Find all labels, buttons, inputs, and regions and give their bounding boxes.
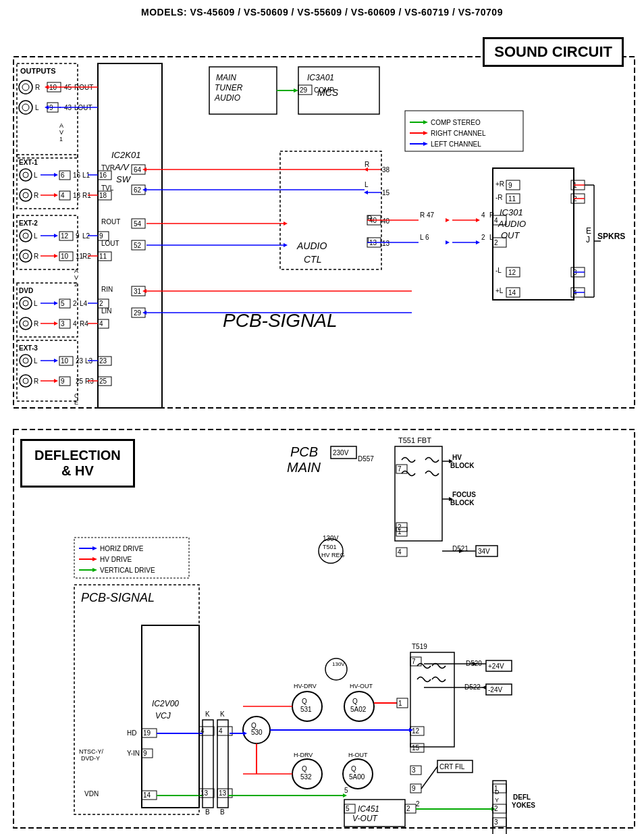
svg-text:62: 62 [134,186,142,194]
svg-text:AUDIO: AUDIO [296,240,327,251]
svg-text:54: 54 [134,220,142,228]
svg-point-93 [23,378,28,384]
svg-text:NTSC-Y/: NTSC-Y/ [79,748,103,755]
svg-text:1: 1 [59,136,63,142]
svg-text:HV-OUT: HV-OUT [350,683,373,689]
svg-text:IC451: IC451 [358,804,379,814]
svg-text:29: 29 [300,86,308,94]
svg-text:R: R [34,192,38,199]
svg-text:MAIN: MAIN [287,460,321,475]
svg-point-7 [22,104,29,111]
svg-text:LIN: LIN [101,307,112,315]
svg-text:LEFT CHANNEL: LEFT CHANNEL [431,140,481,148]
svg-point-3 [19,80,32,94]
svg-text:OUT: OUT [501,230,520,240]
svg-text:V: V [59,129,63,136]
svg-text:-R: -R [495,194,503,201]
svg-text:HV-DRV: HV-DRV [294,683,317,689]
svg-marker-78 [54,321,58,325]
svg-text:9: 9 [508,182,512,189]
svg-marker-204 [476,218,480,222]
svg-marker-172 [364,190,368,194]
svg-text:2: 2 [73,300,77,307]
svg-line-391 [421,766,437,789]
svg-text:DVD: DVD [19,287,33,294]
svg-text:HV: HV [452,454,462,461]
svg-text:14: 14 [143,791,151,799]
svg-text:VERTICAL DRIVE: VERTICAL DRIVE [100,567,155,574]
svg-point-6 [19,101,32,114]
svg-text:7: 7 [412,658,416,665]
svg-text:HD: HD [127,729,136,737]
sound-circuit-diagram: OUTPUTS R L 10 9 45 ROUT 43 LOUT A V 1 E… [7,23,641,421]
svg-text:DVD-Y: DVD-Y [81,755,100,762]
svg-rect-0 [14,57,635,408]
svg-text:6: 6 [61,172,65,179]
svg-text:11: 11 [99,253,107,260]
svg-text:9: 9 [99,232,103,240]
svg-marker-185 [284,221,288,226]
svg-text:R: R [34,253,38,260]
svg-text:2: 2 [416,800,420,808]
svg-text:DEFL: DEFL [513,793,531,801]
svg-text:IC301: IC301 [500,207,523,217]
svg-text:16: 16 [99,172,107,179]
svg-text:C: C [74,392,79,399]
svg-marker-53 [54,234,58,238]
svg-text:RIN: RIN [101,286,113,293]
svg-text:18: 18 [73,192,81,199]
svg-text:EXT-1: EXT-1 [19,159,38,166]
svg-text:2: 2 [494,805,498,812]
svg-text:15: 15 [412,744,420,752]
svg-text:TVL: TVL [101,184,114,192]
svg-text:T551 FBT: T551 FBT [398,436,431,444]
svg-text:AUDIO: AUDIO [214,93,240,103]
svg-point-329 [319,539,343,563]
svg-point-89 [20,355,32,367]
svg-text:D557: D557 [358,455,374,463]
svg-text:13: 13 [382,240,390,247]
svg-text:VDN: VDN [84,790,99,798]
svg-text:HV REG: HV REG [321,552,345,558]
svg-text:R4: R4 [80,320,88,328]
svg-point-49 [20,250,32,262]
svg-text:5: 5 [344,787,348,794]
svg-text:A: A [74,267,78,274]
svg-text:L: L [34,232,38,240]
svg-point-73 [23,321,28,326]
svg-text:12: 12 [61,232,69,240]
svg-marker-269 [92,546,97,550]
svg-marker-55 [54,254,58,258]
svg-marker-179 [142,167,146,172]
svg-text:COMP: COMP [314,86,334,94]
svg-text:13: 13 [219,789,227,797]
svg-text:L: L [365,181,369,188]
svg-text:3: 3 [412,766,416,774]
svg-text:PCB-SIGNAL: PCB-SIGNAL [223,310,338,331]
svg-text:A: A [59,122,63,129]
svg-text:H-DRV: H-DRV [294,752,313,758]
svg-marker-199 [142,311,146,315]
svg-text:IC3A01: IC3A01 [307,73,334,82]
svg-text:A/V: A/V [114,162,130,172]
svg-text:TVR: TVR [101,164,115,172]
svg-text:1: 1 [398,528,402,536]
svg-text:13: 13 [200,789,209,797]
svg-text:L: L [34,300,38,307]
svg-marker-35 [54,193,58,197]
svg-text:9: 9 [76,232,80,240]
svg-text:5A00: 5A00 [349,773,365,781]
svg-text:23: 23 [76,357,84,365]
svg-text:L 6: L 6 [420,234,429,241]
svg-text:L: L [34,172,38,179]
svg-marker-374 [482,685,486,689]
svg-text:7: 7 [398,465,402,473]
svg-text:15: 15 [382,189,390,197]
svg-text:4: 4 [398,548,402,556]
svg-text:31: 31 [134,288,142,295]
svg-rect-317 [395,446,442,541]
svg-point-29 [20,189,32,201]
svg-text:2: 2 [406,805,410,812]
svg-text:T519: T519 [412,643,427,650]
svg-text:14: 14 [508,289,516,296]
